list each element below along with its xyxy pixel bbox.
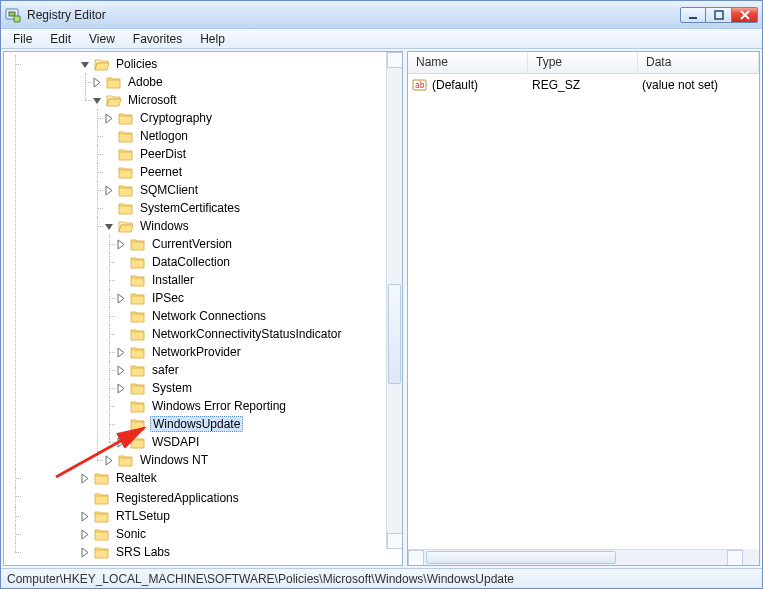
tree-item-system[interactable]: System [116,379,402,397]
folder-icon [130,273,146,287]
folder-icon [130,237,146,251]
scroll-down-button[interactable] [387,533,403,549]
scroll-right-button[interactable] [727,550,743,566]
column-header-type[interactable]: Type [528,52,638,73]
folder-icon [94,545,110,559]
expand-toggle[interactable] [116,383,127,394]
folder-icon [130,291,146,305]
expand-toggle[interactable] [116,437,127,448]
expand-toggle[interactable] [104,185,115,196]
expand-toggle[interactable] [116,239,127,250]
menu-favorites[interactable]: Favorites [125,30,190,48]
tree-item-rtlsetup[interactable]: RTLSetup [80,507,402,525]
tree-label: safer [150,363,181,377]
folder-icon [118,129,134,143]
expand-toggle[interactable] [104,221,115,232]
status-path: Computer\HKEY_LOCAL_MACHINE\SOFTWARE\Pol… [7,572,514,586]
tree-item-ipsec[interactable]: IPSec [116,289,402,307]
expand-toggle[interactable] [92,95,103,106]
scroll-thumb[interactable] [388,284,401,384]
expand-toggle[interactable] [104,113,115,124]
folder-icon [118,111,134,125]
scroll-thumb[interactable] [426,551,616,564]
tree-item-sonic[interactable]: Sonic [80,525,402,543]
column-header-name[interactable]: Name [408,52,528,73]
tree-item-peerdist[interactable]: PeerDist [104,145,402,163]
value-row[interactable]: ab (Default) REG_SZ (value not set) [408,76,759,94]
tree-label: Cryptography [138,111,214,125]
tree-label: SystemCertificates [138,201,242,215]
tree-vertical-scrollbar[interactable] [386,52,402,549]
tree-item-windowsnt[interactable]: Windows NT [104,451,402,469]
menu-edit[interactable]: Edit [42,30,79,48]
tree-item-registeredapplications[interactable]: RegisteredApplications [80,489,402,507]
menu-view[interactable]: View [81,30,123,48]
tree-item-policies[interactable]: Policies [80,55,402,73]
tree-item-netlogon[interactable]: Netlogon [104,127,402,145]
tree-label: NetworkConnectivityStatusIndicator [150,327,343,341]
values-pane[interactable]: Name Type Data ab (Default) REG_SZ (valu… [407,51,760,566]
tree-label: Windows [138,219,191,233]
tree-item-networkprovider[interactable]: NetworkProvider [116,343,402,361]
column-header-data[interactable]: Data [638,52,759,73]
expand-toggle[interactable] [80,529,91,540]
folder-icon [94,491,110,505]
tree-item-nci[interactable]: NetworkConnectivityStatusIndicator [116,325,402,343]
expand-toggle[interactable] [80,547,91,558]
folder-icon [94,57,110,71]
expand-toggle[interactable] [92,77,103,88]
tree-item-safer[interactable]: safer [116,361,402,379]
minimize-button[interactable] [680,7,706,23]
tree-item-adobe[interactable]: Adobe [92,73,402,91]
expand-toggle[interactable] [104,455,115,466]
folder-icon [94,509,110,523]
menu-help[interactable]: Help [192,30,233,48]
expand-toggle[interactable] [116,365,127,376]
tree-label: NetworkProvider [150,345,243,359]
folder-icon [118,201,134,215]
tree-item-srslabs[interactable]: SRS Labs [80,543,402,561]
tree-label: PeerDist [138,147,188,161]
folder-icon [130,381,146,395]
tree-label: System [150,381,194,395]
folder-icon [118,219,134,233]
tree-item-peernet[interactable]: Peernet [104,163,402,181]
svg-rect-2 [14,16,20,22]
tree-item-wsdapi[interactable]: WSDAPI [116,433,402,451]
tree-item-networkconnections[interactable]: Network Connections [116,307,402,325]
tree-item-datacollection[interactable]: DataCollection [116,253,402,271]
tree-label: Policies [114,57,159,71]
maximize-button[interactable] [706,7,732,23]
folder-icon [130,327,146,341]
tree-item-systemcertificates[interactable]: SystemCertificates [104,199,402,217]
tree-label: WSDAPI [150,435,201,449]
tree-item-wer[interactable]: Windows Error Reporting [116,397,402,415]
tree-item-microsoft[interactable]: Microsoft [92,91,402,109]
expand-toggle[interactable] [116,293,127,304]
string-value-icon: ab [412,78,428,92]
tree-pane[interactable]: Policies Adobe [3,51,403,566]
tree-item-installer[interactable]: Installer [116,271,402,289]
expand-toggle[interactable] [80,59,91,70]
expand-toggle[interactable] [80,511,91,522]
tree-label: Adobe [126,75,165,89]
folder-icon [130,345,146,359]
svg-rect-4 [715,11,723,19]
tree-item-windows[interactable]: Windows [104,217,402,235]
tree-item-sqmclient[interactable]: SQMClient [104,181,402,199]
scroll-left-button[interactable] [408,550,424,566]
expand-toggle[interactable] [116,347,127,358]
menu-file[interactable]: File [5,30,40,48]
tree-item-windowsupdate[interactable]: WindowsUpdate [116,415,402,433]
tree-label: CurrentVersion [150,237,234,251]
close-button[interactable] [732,7,758,23]
svg-rect-1 [9,12,15,16]
tree-label: WindowsUpdate [150,416,243,432]
tree-item-realtek[interactable]: Realtek [80,469,402,487]
expand-toggle[interactable] [80,473,91,484]
tree-item-currentversion[interactable]: CurrentVersion [116,235,402,253]
values-horizontal-scrollbar[interactable] [408,549,743,565]
folder-icon [130,435,146,449]
scroll-up-button[interactable] [387,52,403,68]
tree-item-cryptography[interactable]: Cryptography [104,109,402,127]
